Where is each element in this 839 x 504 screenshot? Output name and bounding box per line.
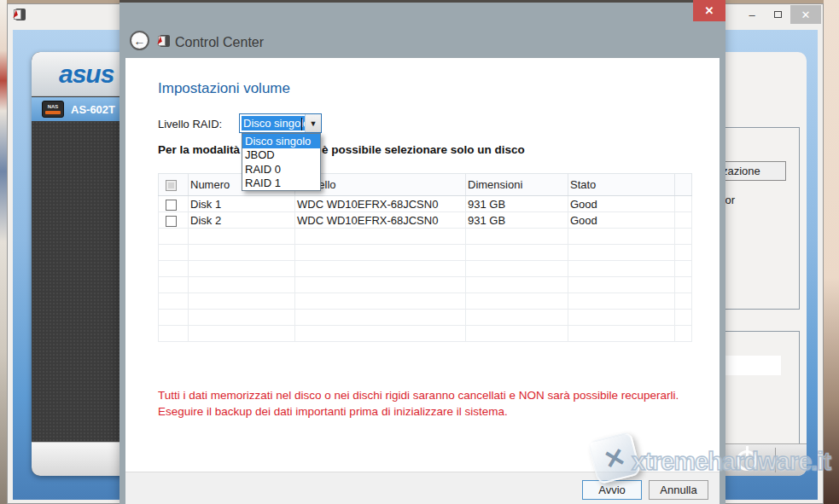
disk2-numero: Disk 2: [189, 212, 295, 229]
window-close-button[interactable]: ✕: [790, 5, 821, 24]
table-row-empty: [159, 277, 692, 293]
raid-level-selected-value: Disco singolo: [242, 116, 305, 130]
disk-table: Numero Modello Dimensioni Stato Disk 1 W…: [158, 173, 692, 342]
table-row-empty: [159, 310, 692, 326]
disk1-modello: WDC WD10EFRX-68JCSN0: [295, 196, 466, 212]
status-field-partial: [718, 356, 781, 375]
dialog-close-button[interactable]: ✕: [693, 0, 725, 21]
table-row-disk2[interactable]: Disk 2 WDC WD10EFRX-68JCSN0 931 GB Good: [159, 212, 692, 229]
table-row-empty: [159, 293, 692, 310]
disk1-stato: Good: [568, 196, 675, 212]
maximize-button[interactable]: [765, 5, 790, 24]
table-row-empty: [159, 245, 692, 261]
table-row-empty: [159, 229, 692, 245]
table-row-empty: [159, 326, 692, 342]
page-title: Impostazioni volume: [158, 80, 290, 97]
info-groupbox: [718, 127, 800, 310]
disk1-checkbox[interactable]: [166, 200, 177, 211]
warning-line-1: Tutti i dati memorizzati nel disco o nei…: [158, 387, 679, 403]
dropdown-option-jbod[interactable]: JBOD: [242, 148, 320, 163]
disk2-checkbox[interactable]: [166, 216, 177, 227]
column-header-dimensioni: Dimensioni: [466, 174, 568, 196]
control-center-app-icon: [13, 8, 26, 21]
start-button[interactable]: Avvio: [582, 480, 642, 500]
bottom-toolbar: [721, 443, 807, 476]
dialog-app-icon: [157, 34, 171, 48]
dropdown-option-raid1[interactable]: RAID 1: [242, 177, 320, 191]
raid-level-select[interactable]: Disco singolo ▼: [239, 113, 322, 133]
chevron-down-icon[interactable]: ▼: [305, 114, 321, 132]
power-icon[interactable]: [737, 450, 757, 471]
cancel-button[interactable]: Annulla: [649, 480, 708, 500]
asustor-logo: asus: [32, 60, 114, 89]
select-all-checkbox[interactable]: [166, 180, 177, 191]
dialog-footer: Avvio Annulla: [125, 472, 720, 504]
dropdown-option-raid0[interactable]: RAID 0: [242, 162, 320, 177]
desktop-edge-right: [824, 0, 839, 504]
dialog-content: Impostazioni volume Livello RAID: Disco …: [125, 58, 720, 504]
data-loss-warning: Tutti i dati memorizzati nel disco o nei…: [158, 387, 679, 420]
column-header-stato: Stato: [568, 174, 675, 196]
disk2-modello: WDC WD10EFRX-68JCSN0: [295, 212, 466, 229]
disk2-stato: Good: [568, 212, 675, 229]
column-header-extra: [675, 174, 692, 196]
details-panel: zazione sor: [721, 52, 807, 476]
table-header-row: Numero Modello Dimensioni Stato: [159, 174, 692, 196]
initialization-button-partial[interactable]: zazione: [718, 161, 786, 181]
nas-led-bar: [45, 111, 61, 114]
table-row-disk1[interactable]: Disk 1 WDC WD10EFRX-68JCSN0 931 GB Good: [159, 196, 692, 212]
warning-line-2: Eseguire il backup dei dati importanti p…: [158, 403, 679, 420]
mode-message: Per la modalità Disco singolo è possibil…: [158, 143, 525, 156]
disk1-numero: Disk 1: [189, 196, 295, 212]
text-caret: [301, 118, 302, 130]
disk1-dimensioni: 931 GB: [466, 196, 568, 212]
desktop-edge-left: [0, 0, 7, 504]
status-groupbox: [718, 331, 800, 451]
back-button[interactable]: ←: [130, 31, 149, 50]
minimize-button[interactable]: –: [739, 5, 765, 24]
dropdown-option-disco-singolo[interactable]: Disco singolo: [242, 134, 320, 148]
table-row-empty: [159, 261, 692, 277]
raid-level-dropdown: Disco singolo JBOD RAID 0 RAID 1: [242, 133, 321, 191]
disk2-dimensioni: 931 GB: [466, 212, 568, 229]
dialog-title: Control Center: [175, 35, 264, 50]
maximize-icon: [774, 11, 782, 18]
nas-badge: NAS: [48, 104, 59, 109]
screen: – ✕ asus NAS AS-602T: [0, 0, 839, 504]
nas-device-icon: NAS: [42, 101, 64, 118]
header-checkbox-cell: [159, 174, 189, 196]
device-name: AS-602T: [71, 103, 115, 116]
toolbar-divider: [775, 448, 776, 472]
raid-level-label: Livello RAID:: [158, 118, 222, 130]
caption-buttons: – ✕: [739, 5, 821, 24]
dialog-header: ← Control Center ✕: [119, 3, 725, 58]
volume-settings-dialog: ← Control Center ✕ Impostazioni volume L…: [119, 0, 725, 504]
